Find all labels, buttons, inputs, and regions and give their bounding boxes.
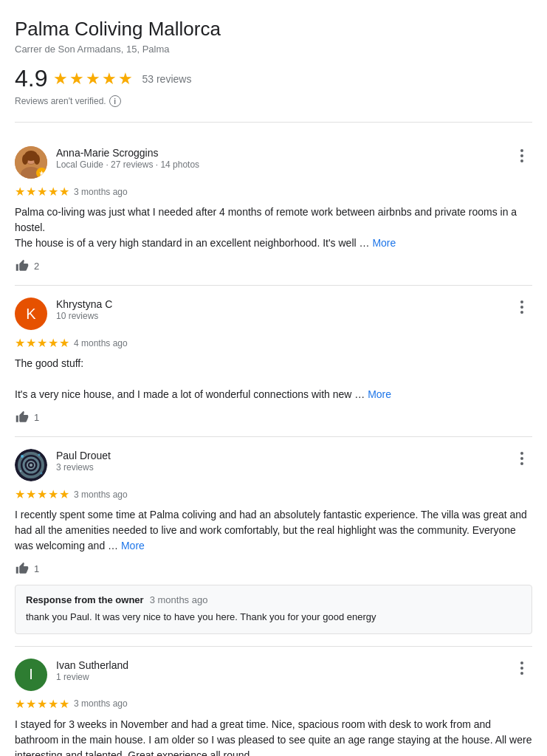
avatar-khrystyna[interactable]: K [15, 298, 47, 330]
like-row-paul: 1 [15, 561, 532, 576]
review-time-paul: 3 months ago [74, 489, 128, 500]
more-link-khrystyna[interactable]: More [368, 388, 391, 400]
reviewer-details-anna: Anna-Marie Scroggins Local Guide · 27 re… [56, 146, 199, 170]
not-verified-row: Reviews aren't verified. i [15, 95, 532, 107]
review-stars-ivan: ★ ★ ★ ★ ★ 3 months ago [15, 697, 532, 711]
svg-point-12 [21, 455, 24, 458]
reviewer-meta-anna: Local Guide · 27 reviews · 14 photos [56, 159, 199, 170]
review-text-anna: Palma co-living was just what I needed a… [15, 205, 532, 251]
svg-point-5 [22, 154, 28, 165]
avatar-ivan[interactable]: I [15, 659, 47, 691]
review-time-khrystyna: 4 months ago [74, 338, 128, 348]
svg-point-11 [30, 464, 32, 467]
star-4: ★ [102, 69, 117, 89]
info-icon[interactable]: i [109, 95, 121, 107]
reviewer-name-ivan[interactable]: Ivan Sutherland [56, 659, 128, 672]
thumb-up-anna[interactable] [15, 258, 30, 273]
review-text-khrystyna: The good stuff: It's a very nice house, … [15, 356, 532, 402]
review-time-ivan: 3 months ago [74, 698, 128, 709]
review-header-ivan: I Ivan Sutherland 1 review [15, 659, 532, 691]
avatar-paul[interactable] [15, 449, 47, 481]
more-options-paul[interactable] [512, 449, 532, 468]
rating-number: 4.9 [15, 65, 47, 92]
review-text-ivan: I stayed for 3 weeks in November and had… [15, 717, 532, 756]
like-row-anna: 2 [15, 258, 532, 273]
reviewer-details-ivan: Ivan Sutherland 1 review [56, 659, 128, 682]
reviewer-meta-ivan: 1 review [56, 672, 128, 682]
review-stars-anna: ★ ★ ★ ★ ★ 3 months ago [15, 185, 532, 199]
thumb-up-khrystyna[interactable] [15, 410, 30, 425]
reviewer-details-khrystyna: Khrystyna C 10 reviews [56, 298, 112, 321]
place-title: Palma Coliving Mallorca [15, 18, 532, 41]
owner-response-title: Response from the owner [26, 594, 144, 605]
owner-response-text: thank you Paul. It was very nice to have… [26, 610, 521, 625]
review-header-khrystyna: K Khrystyna C 10 reviews [15, 298, 532, 330]
review-card-khrystyna: K Khrystyna C 10 reviews ★ ★ ★ ★ ★ 4 mon… [15, 286, 532, 437]
more-options-anna[interactable] [512, 146, 532, 165]
review-stars-paul: ★ ★ ★ ★ ★ 3 months ago [15, 487, 532, 501]
stars-anna: ★ ★ ★ ★ ★ [15, 185, 69, 199]
star-1: ★ [53, 69, 68, 89]
star-5: ★ [118, 69, 133, 89]
reviewer-info-anna: Anna-Marie Scroggins Local Guide · 27 re… [15, 146, 199, 179]
reviewer-meta-paul: 3 reviews [56, 462, 111, 472]
stars-ivan: ★ ★ ★ ★ ★ [15, 697, 69, 711]
more-options-ivan[interactable] [512, 659, 532, 678]
review-count: 53 reviews [142, 73, 191, 85]
review-card-paul: Paul Drouet 3 reviews ★ ★ ★ ★ ★ 3 months… [15, 437, 532, 647]
review-stars-khrystyna: ★ ★ ★ ★ ★ 4 months ago [15, 336, 532, 350]
review-header-anna: Anna-Marie Scroggins Local Guide · 27 re… [15, 146, 532, 179]
owner-response-paul: Response from the owner 3 months ago tha… [15, 585, 532, 634]
place-address: Carrer de Son Armadans, 15, Palma [15, 44, 532, 55]
like-count-khrystyna: 1 [34, 412, 39, 423]
svg-point-15 [41, 472, 43, 475]
like-row-khrystyna: 1 [15, 410, 532, 425]
reviewer-details-paul: Paul Drouet 3 reviews [56, 449, 111, 472]
owner-response-time: 3 months ago [150, 594, 208, 605]
star-2: ★ [69, 69, 84, 89]
reviewer-name-khrystyna[interactable]: Khrystyna C [56, 298, 112, 311]
svg-point-13 [38, 454, 41, 456]
reviewer-name-anna[interactable]: Anna-Marie Scroggins [56, 146, 199, 159]
not-verified-text: Reviews aren't verified. [15, 96, 106, 106]
stars-paul: ★ ★ ★ ★ ★ [15, 487, 69, 501]
review-card-ivan: I Ivan Sutherland 1 review ★ ★ ★ ★ ★ 3 m… [15, 647, 532, 756]
more-link-anna[interactable]: More [372, 237, 396, 249]
reviewer-info-khrystyna: K Khrystyna C 10 reviews [15, 298, 112, 330]
overall-stars: ★ ★ ★ ★ ★ [53, 69, 133, 89]
rating-row: 4.9 ★ ★ ★ ★ ★ 53 reviews [15, 65, 532, 92]
reviewer-info-ivan: I Ivan Sutherland 1 review [15, 659, 128, 691]
star-3: ★ [86, 69, 100, 89]
review-time-anna: 3 months ago [74, 187, 128, 197]
svg-point-6 [34, 154, 40, 165]
review-card-anna: Anna-Marie Scroggins Local Guide · 27 re… [15, 134, 532, 286]
reviewer-meta-khrystyna: 10 reviews [56, 311, 112, 321]
top-divider [15, 122, 532, 123]
like-count-paul: 1 [34, 563, 39, 574]
svg-point-14 [20, 470, 21, 472]
review-text-paul: I recently spent some time at Palma coli… [15, 507, 532, 554]
more-options-khrystyna[interactable] [512, 298, 532, 317]
stars-khrystyna: ★ ★ ★ ★ ★ [15, 336, 69, 350]
reviewer-info-paul: Paul Drouet 3 reviews [15, 449, 111, 481]
owner-response-header: Response from the owner 3 months ago [26, 594, 521, 605]
avatar-anna[interactable] [15, 146, 47, 179]
reviewer-name-paul[interactable]: Paul Drouet [56, 449, 111, 462]
review-header-paul: Paul Drouet 3 reviews [15, 449, 532, 481]
more-link-paul[interactable]: More [121, 540, 145, 551]
like-count-anna: 2 [34, 261, 39, 272]
thumb-up-paul[interactable] [15, 561, 30, 576]
